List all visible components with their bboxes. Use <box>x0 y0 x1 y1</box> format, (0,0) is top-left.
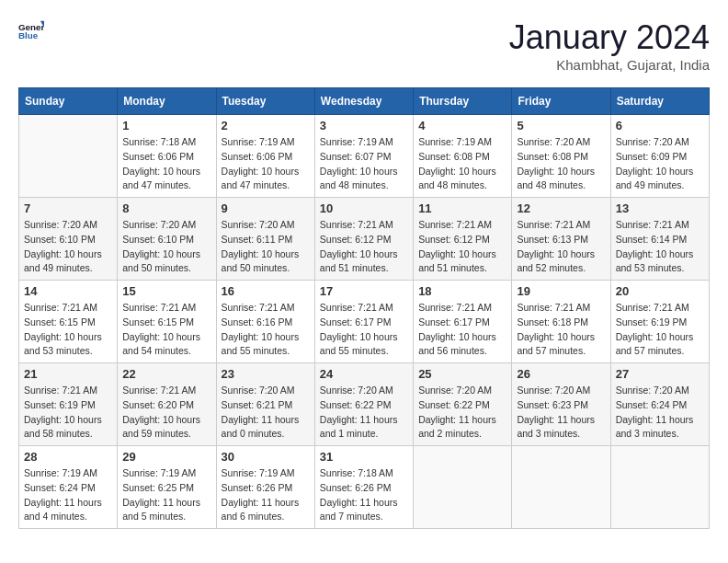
calendar-cell: 24Sunrise: 7:20 AM Sunset: 6:22 PM Dayli… <box>314 363 413 446</box>
calendar-cell: 30Sunrise: 7:19 AM Sunset: 6:26 PM Dayli… <box>216 446 314 529</box>
day-info: Sunrise: 7:20 AM Sunset: 6:24 PM Dayligh… <box>616 384 704 442</box>
calendar-cell: 27Sunrise: 7:20 AM Sunset: 6:24 PM Dayli… <box>610 363 709 446</box>
location-subtitle: Khambhat, Gujarat, India <box>509 57 710 73</box>
calendar-cell <box>610 446 709 529</box>
day-number: 11 <box>418 201 506 215</box>
day-number: 9 <box>222 201 310 215</box>
calendar-week-row: 21Sunrise: 7:21 AM Sunset: 6:19 PM Dayli… <box>19 363 710 446</box>
title-block: January 2024 Khambhat, Gujarat, India <box>509 18 710 73</box>
day-info: Sunrise: 7:20 AM Sunset: 6:09 PM Dayligh… <box>616 135 704 193</box>
day-info: Sunrise: 7:21 AM Sunset: 6:12 PM Dayligh… <box>320 218 408 276</box>
calendar-cell <box>414 446 512 529</box>
calendar-cell: 25Sunrise: 7:20 AM Sunset: 6:22 PM Dayli… <box>414 363 512 446</box>
day-info: Sunrise: 7:20 AM Sunset: 6:23 PM Dayligh… <box>517 384 605 442</box>
day-number: 1 <box>122 119 210 132</box>
calendar-cell <box>19 115 118 198</box>
day-number: 25 <box>418 367 506 381</box>
calendar-table: SundayMondayTuesdayWednesdayThursdayFrid… <box>18 87 710 529</box>
day-info: Sunrise: 7:19 AM Sunset: 6:08 PM Dayligh… <box>418 135 506 193</box>
day-number: 6 <box>616 119 704 132</box>
calendar-cell: 4Sunrise: 7:19 AM Sunset: 6:08 PM Daylig… <box>414 115 512 198</box>
calendar-week-row: 7Sunrise: 7:20 AM Sunset: 6:10 PM Daylig… <box>19 198 710 281</box>
day-number: 15 <box>122 284 210 298</box>
day-info: Sunrise: 7:20 AM Sunset: 6:10 PM Dayligh… <box>122 218 210 276</box>
calendar-cell: 11Sunrise: 7:21 AM Sunset: 6:12 PM Dayli… <box>414 198 512 281</box>
weekday-header-row: SundayMondayTuesdayWednesdayThursdayFrid… <box>19 88 710 115</box>
calendar-cell <box>512 446 610 529</box>
day-number: 22 <box>122 367 210 381</box>
calendar-cell: 17Sunrise: 7:21 AM Sunset: 6:17 PM Dayli… <box>314 281 413 363</box>
weekday-header-thursday: Thursday <box>414 88 512 115</box>
day-info: Sunrise: 7:21 AM Sunset: 6:15 PM Dayligh… <box>122 301 210 359</box>
day-number: 24 <box>320 367 408 381</box>
calendar-cell: 20Sunrise: 7:21 AM Sunset: 6:19 PM Dayli… <box>610 281 709 363</box>
calendar-cell: 28Sunrise: 7:19 AM Sunset: 6:24 PM Dayli… <box>19 446 118 529</box>
day-info: Sunrise: 7:20 AM Sunset: 6:22 PM Dayligh… <box>320 384 408 442</box>
calendar-cell: 23Sunrise: 7:20 AM Sunset: 6:21 PM Dayli… <box>216 363 314 446</box>
day-info: Sunrise: 7:18 AM Sunset: 6:26 PM Dayligh… <box>320 466 408 524</box>
day-info: Sunrise: 7:21 AM Sunset: 6:15 PM Dayligh… <box>24 301 112 359</box>
day-info: Sunrise: 7:21 AM Sunset: 6:19 PM Dayligh… <box>616 301 704 359</box>
day-info: Sunrise: 7:19 AM Sunset: 6:25 PM Dayligh… <box>122 466 210 524</box>
day-number: 26 <box>517 367 605 381</box>
day-number: 29 <box>122 450 210 464</box>
day-info: Sunrise: 7:21 AM Sunset: 6:17 PM Dayligh… <box>418 301 506 359</box>
day-info: Sunrise: 7:20 AM Sunset: 6:21 PM Dayligh… <box>222 384 310 442</box>
day-info: Sunrise: 7:21 AM Sunset: 6:20 PM Dayligh… <box>122 384 210 442</box>
calendar-cell: 21Sunrise: 7:21 AM Sunset: 6:19 PM Dayli… <box>19 363 118 446</box>
logo: General Blue <box>18 18 44 44</box>
day-number: 16 <box>222 284 310 298</box>
day-number: 23 <box>222 367 310 381</box>
page-header: General Blue January 2024 Khambhat, Guja… <box>18 18 710 73</box>
day-number: 7 <box>24 201 112 215</box>
calendar-cell: 8Sunrise: 7:20 AM Sunset: 6:10 PM Daylig… <box>118 198 216 281</box>
day-number: 2 <box>222 119 310 132</box>
day-number: 4 <box>418 119 506 132</box>
day-info: Sunrise: 7:21 AM Sunset: 6:16 PM Dayligh… <box>222 301 310 359</box>
weekday-header-sunday: Sunday <box>19 88 118 115</box>
calendar-cell: 10Sunrise: 7:21 AM Sunset: 6:12 PM Dayli… <box>314 198 413 281</box>
calendar-cell: 9Sunrise: 7:20 AM Sunset: 6:11 PM Daylig… <box>216 198 314 281</box>
calendar-week-row: 28Sunrise: 7:19 AM Sunset: 6:24 PM Dayli… <box>19 446 710 529</box>
calendar-cell: 12Sunrise: 7:21 AM Sunset: 6:13 PM Dayli… <box>512 198 610 281</box>
calendar-week-row: 1Sunrise: 7:18 AM Sunset: 6:06 PM Daylig… <box>19 115 710 198</box>
weekday-header-friday: Friday <box>512 88 610 115</box>
day-number: 20 <box>616 284 704 298</box>
day-info: Sunrise: 7:21 AM Sunset: 6:14 PM Dayligh… <box>616 218 704 276</box>
day-number: 13 <box>616 201 704 215</box>
day-info: Sunrise: 7:20 AM Sunset: 6:11 PM Dayligh… <box>222 218 310 276</box>
calendar-body: 1Sunrise: 7:18 AM Sunset: 6:06 PM Daylig… <box>19 115 710 529</box>
weekday-header-saturday: Saturday <box>610 88 709 115</box>
day-info: Sunrise: 7:21 AM Sunset: 6:12 PM Dayligh… <box>418 218 506 276</box>
calendar-cell: 5Sunrise: 7:20 AM Sunset: 6:08 PM Daylig… <box>512 115 610 198</box>
day-number: 5 <box>517 119 605 132</box>
weekday-header-monday: Monday <box>118 88 216 115</box>
calendar-cell: 13Sunrise: 7:21 AM Sunset: 6:14 PM Dayli… <box>610 198 709 281</box>
weekday-header-tuesday: Tuesday <box>216 88 314 115</box>
logo-icon: General Blue <box>18 18 44 44</box>
day-number: 27 <box>616 367 704 381</box>
weekday-header-wednesday: Wednesday <box>314 88 413 115</box>
day-number: 30 <box>222 450 310 464</box>
calendar-cell: 19Sunrise: 7:21 AM Sunset: 6:18 PM Dayli… <box>512 281 610 363</box>
day-number: 8 <box>122 201 210 215</box>
calendar-cell: 6Sunrise: 7:20 AM Sunset: 6:09 PM Daylig… <box>610 115 709 198</box>
day-number: 3 <box>320 119 408 132</box>
svg-text:Blue: Blue <box>18 30 39 40</box>
calendar-week-row: 14Sunrise: 7:21 AM Sunset: 6:15 PM Dayli… <box>19 281 710 363</box>
day-info: Sunrise: 7:21 AM Sunset: 6:17 PM Dayligh… <box>320 301 408 359</box>
day-number: 21 <box>24 367 112 381</box>
day-info: Sunrise: 7:21 AM Sunset: 6:18 PM Dayligh… <box>517 301 605 359</box>
day-number: 28 <box>24 450 112 464</box>
day-info: Sunrise: 7:19 AM Sunset: 6:07 PM Dayligh… <box>320 135 408 193</box>
day-info: Sunrise: 7:21 AM Sunset: 6:13 PM Dayligh… <box>517 218 605 276</box>
day-info: Sunrise: 7:18 AM Sunset: 6:06 PM Dayligh… <box>122 135 210 193</box>
calendar-cell: 16Sunrise: 7:21 AM Sunset: 6:16 PM Dayli… <box>216 281 314 363</box>
calendar-cell: 15Sunrise: 7:21 AM Sunset: 6:15 PM Dayli… <box>118 281 216 363</box>
calendar-cell: 26Sunrise: 7:20 AM Sunset: 6:23 PM Dayli… <box>512 363 610 446</box>
calendar-cell: 31Sunrise: 7:18 AM Sunset: 6:26 PM Dayli… <box>314 446 413 529</box>
calendar-cell: 29Sunrise: 7:19 AM Sunset: 6:25 PM Dayli… <box>118 446 216 529</box>
calendar-cell: 1Sunrise: 7:18 AM Sunset: 6:06 PM Daylig… <box>118 115 216 198</box>
calendar-cell: 3Sunrise: 7:19 AM Sunset: 6:07 PM Daylig… <box>314 115 413 198</box>
day-info: Sunrise: 7:21 AM Sunset: 6:19 PM Dayligh… <box>24 384 112 442</box>
